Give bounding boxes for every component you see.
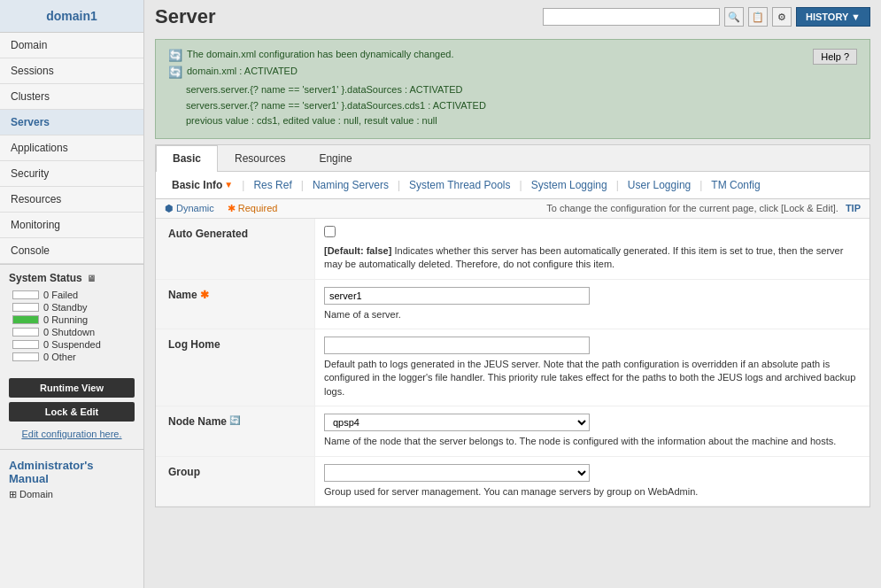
sub-tab-res-ref[interactable]: Res Ref bbox=[246, 176, 298, 194]
notif-details: servers.server.{? name == 'server1' }.da… bbox=[168, 82, 857, 129]
refresh-icon-1: 🔄 bbox=[168, 49, 182, 62]
form-row-group: GroupGroup used for server management. Y… bbox=[156, 457, 869, 507]
sub-tab-user-logging[interactable]: User Logging bbox=[621, 176, 698, 194]
status-bar bbox=[12, 340, 39, 349]
sidebar-domain[interactable]: domain1 bbox=[0, 0, 143, 33]
help-button[interactable]: Help ? bbox=[813, 49, 857, 65]
status-row: 0 Standby bbox=[12, 302, 135, 313]
tab-basic[interactable]: Basic bbox=[156, 145, 218, 172]
sidebar-item-monitoring[interactable]: Monitoring bbox=[0, 213, 143, 238]
sidebar: domain1 DomainSessionsClustersServersApp… bbox=[0, 0, 144, 588]
sub-tab-system-logging[interactable]: System Logging bbox=[524, 176, 614, 194]
search-input[interactable] bbox=[543, 8, 720, 26]
sub-tab-divider: | bbox=[520, 179, 522, 191]
settings-icon-button[interactable]: ⚙ bbox=[772, 7, 792, 27]
sub-tabs: Basic Info▼|Res Ref|Naming Servers|Syste… bbox=[156, 172, 869, 199]
history-button[interactable]: HISTORY ▼ bbox=[796, 7, 870, 27]
form-label-group: Group bbox=[156, 457, 315, 506]
status-row: 0 Running bbox=[12, 314, 135, 325]
export-icon-button[interactable]: 📋 bbox=[748, 7, 768, 27]
sub-tab-divider: | bbox=[242, 179, 244, 191]
status-bar bbox=[12, 290, 39, 299]
sidebar-nav: DomainSessionsClustersServersApplication… bbox=[0, 33, 143, 264]
admin-manual-link[interactable]: ⊞ Domain bbox=[9, 489, 135, 500]
sidebar-item-servers[interactable]: Servers bbox=[0, 110, 143, 135]
desc-group: Group used for server management. You ca… bbox=[324, 485, 861, 499]
form-row-node-name: Node Name 🔄qpsp4Name of the node that th… bbox=[156, 406, 869, 456]
input-server-name[interactable] bbox=[324, 287, 590, 305]
refresh-icon-2: 🔄 bbox=[168, 66, 182, 79]
status-bar bbox=[12, 315, 39, 324]
form-row-log-home: Log HomeDefault path to logs generated i… bbox=[156, 329, 869, 406]
tab-engine[interactable]: Engine bbox=[302, 145, 368, 171]
admin-manual-title: Administrator's Manual bbox=[9, 459, 135, 485]
desc-node-name: Name of the node that the server belongs… bbox=[324, 435, 861, 448]
required-star: ✱ bbox=[200, 289, 209, 301]
form-value-group: Group used for server management. You ca… bbox=[315, 457, 869, 506]
dynamic-icon: ⬢ bbox=[165, 203, 174, 214]
top-bar: Server 🔍 📋 ⚙ HISTORY ▼ bbox=[144, 0, 881, 34]
required-label: ✱ Required bbox=[228, 203, 278, 214]
sidebar-item-console[interactable]: Console bbox=[0, 238, 143, 264]
required-icon: ✱ bbox=[228, 203, 236, 214]
input-log-home[interactable] bbox=[324, 337, 590, 354]
sidebar-item-resources[interactable]: Resources bbox=[0, 187, 143, 213]
sub-tab-basic-info[interactable]: Basic Info▼ bbox=[165, 176, 240, 194]
status-row: 0 Shutdown bbox=[12, 327, 135, 337]
sync-icon: 🔄 bbox=[229, 415, 240, 425]
status-bar bbox=[12, 328, 39, 337]
form-value-auto-generated: [Default: false] Indicates whether this … bbox=[315, 219, 869, 279]
notification-box: Help ? 🔄 The domain.xml configuration ha… bbox=[155, 39, 870, 139]
runtime-view-button[interactable]: Runtime View bbox=[9, 378, 135, 398]
sub-tab-dropdown-arrow[interactable]: ▼ bbox=[224, 180, 233, 190]
status-row: 0 Other bbox=[12, 352, 135, 362]
form-value-log-home: Default path to logs generated in the JE… bbox=[315, 329, 869, 406]
sidebar-item-applications[interactable]: Applications bbox=[0, 135, 143, 161]
tab-resources[interactable]: Resources bbox=[218, 145, 302, 171]
sub-tab-system-thread-pools[interactable]: System Thread Pools bbox=[402, 176, 518, 194]
dynamic-bar: ⬢ Dynamic ✱ Required To change the confi… bbox=[156, 199, 869, 219]
admin-manual: Administrator's Manual ⊞ Domain bbox=[0, 449, 143, 509]
form-label-log-home: Log Home bbox=[156, 329, 315, 406]
desc-auto-generated: [Default: false] Indicates whether this … bbox=[324, 244, 861, 272]
search-icon-button[interactable]: 🔍 bbox=[724, 7, 744, 27]
sub-tab-naming-servers[interactable]: Naming Servers bbox=[305, 176, 396, 194]
top-right-controls: 🔍 📋 ⚙ HISTORY ▼ bbox=[543, 7, 870, 27]
select-group[interactable] bbox=[324, 464, 590, 482]
sidebar-item-domain[interactable]: Domain bbox=[0, 33, 143, 58]
notif-line-1: 🔄 The domain.xml configuration has been … bbox=[168, 49, 813, 62]
form-value-node-name: qpsp4Name of the node that the server be… bbox=[315, 406, 869, 455]
form-label-server-name: Name ✱ bbox=[156, 280, 315, 329]
edit-config-link[interactable]: Edit configuration here. bbox=[9, 426, 135, 442]
system-status-icon[interactable]: 🖥 bbox=[87, 274, 96, 283]
sub-tab-divider: | bbox=[301, 179, 304, 191]
sidebar-item-clusters[interactable]: Clusters bbox=[0, 84, 143, 110]
select-node-name[interactable]: qpsp4 bbox=[324, 414, 590, 431]
main-tabs: BasicResourcesEngine bbox=[156, 145, 869, 172]
status-bar bbox=[12, 352, 39, 361]
sub-tab-divider: | bbox=[616, 179, 619, 191]
page-title: Server bbox=[155, 5, 216, 28]
form-row-server-name: Name ✱Name of a server. bbox=[156, 280, 869, 329]
lock-edit-button[interactable]: Lock & Edit bbox=[9, 402, 135, 422]
tab-area: BasicResourcesEngine Basic Info▼|Res Ref… bbox=[155, 144, 870, 507]
status-bar bbox=[12, 303, 39, 312]
sidebar-item-sessions[interactable]: Sessions bbox=[0, 58, 143, 84]
form-label-node-name: Node Name 🔄 bbox=[156, 406, 315, 455]
sub-tab-divider: | bbox=[699, 179, 702, 191]
tip-text: To change the configuration for the curr… bbox=[546, 203, 861, 213]
form-value-server-name: Name of a server. bbox=[315, 280, 869, 329]
status-row: 0 Failed bbox=[12, 290, 135, 300]
sidebar-buttons: Runtime View Lock & Edit Edit configurat… bbox=[0, 371, 143, 449]
desc-log-home: Default path to logs generated in the JE… bbox=[324, 358, 861, 398]
sub-tab-tm-config[interactable]: TM Config bbox=[704, 176, 767, 194]
sidebar-item-security[interactable]: Security bbox=[0, 161, 143, 187]
sub-tab-divider: | bbox=[398, 179, 400, 191]
status-rows: 0 Failed0 Standby0 Running0 Shutdown0 Su… bbox=[9, 290, 135, 362]
desc-server-name: Name of a server. bbox=[324, 308, 861, 321]
status-row: 0 Suspended bbox=[12, 339, 135, 350]
system-status-title: System Status 🖥 bbox=[9, 272, 135, 284]
form-row-auto-generated: Auto Generated[Default: false] Indicates… bbox=[156, 219, 869, 280]
main-content: Server 🔍 📋 ⚙ HISTORY ▼ Help ? 🔄 The doma… bbox=[144, 0, 881, 588]
checkbox-auto-generated[interactable] bbox=[324, 226, 336, 237]
